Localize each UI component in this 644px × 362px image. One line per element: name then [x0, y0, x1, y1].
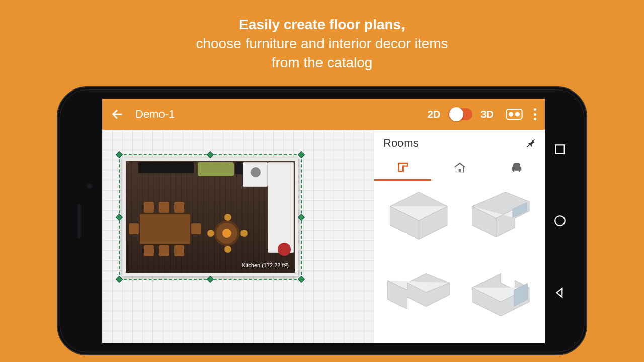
- nav-home-icon[interactable]: [553, 214, 567, 227]
- android-navbar: [545, 99, 575, 343]
- nav-back-icon[interactable]: [553, 286, 567, 299]
- catalog-tabs: [374, 155, 545, 181]
- catalog-panel: Rooms: [374, 130, 545, 343]
- furniture-stool[interactable]: [207, 230, 214, 237]
- svg-point-1: [509, 112, 513, 116]
- furniture-tv[interactable]: [138, 162, 194, 173]
- furniture-sink[interactable]: [251, 167, 261, 177]
- project-title: Demo-1: [135, 108, 175, 121]
- overflow-menu-icon[interactable]: [534, 108, 537, 120]
- mode-2d-label[interactable]: 2D: [428, 109, 441, 120]
- furniture-sofa[interactable]: [198, 162, 234, 176]
- back-icon[interactable]: [110, 107, 124, 121]
- app-bar: Demo-1 2D 3D: [102, 99, 545, 130]
- furniture-counter[interactable]: [268, 162, 294, 253]
- app: Demo-1 2D 3D: [102, 99, 545, 343]
- room-label: Kitchen (172.22 ft²): [242, 262, 289, 268]
- room-template-4[interactable]: [467, 267, 534, 322]
- svg-point-2: [515, 112, 520, 116]
- phone-screen: Demo-1 2D 3D: [102, 99, 575, 343]
- room-kitchen[interactable]: Kitchen (172.22 ft²): [122, 158, 298, 276]
- floorplan-canvas[interactable]: Kitchen (172.22 ft²): [102, 130, 374, 343]
- headline-line2: choose furniture and interior decor item…: [196, 36, 448, 51]
- furniture-chair[interactable]: [159, 202, 169, 213]
- furniture-stool[interactable]: [224, 246, 231, 253]
- furniture-chair[interactable]: [174, 245, 184, 256]
- tab-furniture[interactable]: [488, 155, 545, 181]
- room-template-3[interactable]: [385, 267, 452, 322]
- room-template-2[interactable]: [467, 188, 534, 243]
- armchair-icon: [510, 161, 524, 175]
- furniture-beanbag[interactable]: [278, 243, 291, 256]
- promo-headline: Easily create floor plans, choose furnit…: [0, 0, 644, 72]
- furniture-chair[interactable]: [191, 223, 201, 234]
- view-mode-toggle[interactable]: [448, 108, 472, 120]
- phone-frame: Demo-1 2D 3D: [57, 86, 587, 355]
- furniture-stool[interactable]: [224, 214, 231, 221]
- tab-structure[interactable]: [431, 155, 488, 181]
- room-template-1[interactable]: [385, 188, 452, 243]
- furniture-chair[interactable]: [174, 202, 184, 213]
- headline-bold: Easily create floor plans,: [239, 17, 405, 32]
- svg-line-3: [527, 140, 535, 147]
- house-icon: [453, 161, 467, 175]
- pin-icon[interactable]: [526, 138, 536, 149]
- furniture-round-table[interactable]: [214, 221, 239, 246]
- svg-point-5: [555, 216, 565, 226]
- furniture-chair[interactable]: [144, 202, 154, 213]
- floorplan-icon: [396, 160, 410, 174]
- furniture-chair[interactable]: [144, 245, 154, 256]
- furniture-chair[interactable]: [129, 223, 139, 234]
- nav-recent-icon[interactable]: [553, 143, 567, 156]
- tab-rooms[interactable]: [374, 155, 431, 181]
- furniture-dining-table[interactable]: [140, 213, 190, 244]
- panel-title: Rooms: [383, 137, 526, 150]
- vr-icon[interactable]: [506, 109, 523, 120]
- svg-rect-4: [555, 145, 564, 153]
- headline-line3: from the catalog: [272, 55, 373, 70]
- mode-3d-label[interactable]: 3D: [480, 109, 494, 120]
- furniture-chair[interactable]: [159, 245, 169, 256]
- room-thumbnails: [374, 181, 545, 343]
- furniture-stool[interactable]: [240, 230, 248, 237]
